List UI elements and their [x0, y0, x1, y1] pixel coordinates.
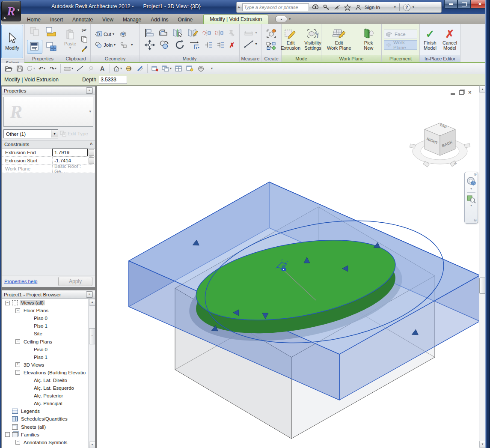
family-types-button[interactable]	[44, 25, 58, 38]
tree-item-al-principal[interactable]: −Alç. Principal	[2, 400, 95, 407]
tree-item-3d-views[interactable]: +3D Views	[2, 361, 95, 369]
panel-caption-geometry[interactable]: Geometry	[91, 55, 140, 62]
join-geometry-button[interactable]: Join ▾	[94, 41, 116, 48]
tree-item-annotation-symbols[interactable]: −Annotation Symbols	[2, 439, 95, 446]
pick-new-work-plane-button[interactable]: Pick New	[357, 27, 380, 51]
tree-item-piso-0[interactable]: −Piso 0	[2, 314, 95, 322]
favorites-star-icon[interactable]	[343, 3, 352, 12]
steering-wheel-button[interactable]	[466, 176, 476, 187]
tree-item-al-posterior[interactable]: −Alç. Posterior	[2, 392, 95, 400]
wall-joins-button[interactable]	[119, 30, 128, 39]
project-browser-title-bar[interactable]: Project1 - Project Browser ×	[2, 290, 95, 299]
panel-caption-placement[interactable]: Placement	[382, 55, 419, 62]
sign-in-caret-icon[interactable]: ▾	[394, 6, 396, 9]
qat-customize-button[interactable]: ▾	[207, 64, 217, 73]
communication-center-icon[interactable]	[333, 3, 341, 12]
properties-palette-toggle[interactable]	[27, 40, 42, 54]
mirror-pick-axis-icon[interactable]	[202, 30, 211, 36]
property-row-button[interactable]	[89, 149, 94, 156]
match-type-button[interactable]	[80, 44, 89, 53]
application-menu-button[interactable]: R A ▾	[1, 1, 21, 21]
tree-expander-minus-icon[interactable]: −	[15, 440, 20, 445]
tag-button[interactable]: 1	[86, 64, 96, 73]
subscription-key-icon[interactable]	[322, 3, 330, 12]
copy-to-clipboard-button[interactable]	[80, 35, 89, 44]
split-element-icon[interactable]	[172, 28, 184, 38]
sync-button[interactable]: ▾	[26, 64, 36, 73]
section-button[interactable]	[124, 64, 134, 73]
search-icon[interactable]	[311, 3, 320, 12]
tab-view[interactable]: View	[98, 15, 118, 24]
properties-close-button[interactable]: ×	[86, 87, 93, 94]
paste-button[interactable]: Paste ▾	[62, 28, 78, 51]
mirror-draw-axis-icon[interactable]	[215, 30, 223, 36]
finish-model-button[interactable]: ✓ Finish Model	[421, 27, 439, 51]
tab-home[interactable]: Home	[22, 15, 45, 24]
edit-type-button[interactable]: Edit Type	[60, 129, 93, 137]
tree-item-al-lat-esquerdo[interactable]: −Alç. Lat. Esquerdo	[2, 384, 95, 392]
sign-in-button[interactable]: Sign In	[365, 5, 380, 10]
panel-caption-measure[interactable]: Measure	[240, 55, 261, 62]
switch-windows-button[interactable]: ▾	[161, 64, 172, 73]
modify-tool-button[interactable]: Modify	[1, 25, 23, 58]
section-collapse-icon[interactable]: ^	[90, 142, 92, 147]
tab-insert[interactable]: Insert	[45, 15, 68, 24]
undo-button[interactable]: ↶▾	[37, 64, 47, 73]
panel-caption-work-plane[interactable]: Work Plane	[321, 55, 381, 62]
save-button[interactable]	[15, 64, 25, 73]
tree-item-al-lat-direito[interactable]: −Alç. Lat. Direito	[2, 376, 95, 384]
property-row-button[interactable]	[89, 157, 94, 164]
viewcube[interactable]: N TOP RIGHT BACK	[410, 122, 470, 167]
placement-work-plane-button[interactable]: Work Plane	[384, 40, 417, 50]
type-properties-button[interactable]	[27, 25, 42, 38]
panel-caption-clipboard[interactable]: Clipboard	[61, 55, 90, 62]
panel-caption-properties[interactable]: Properties	[25, 55, 61, 62]
panel-caption-create[interactable]: Create	[261, 55, 281, 62]
delete-button[interactable]: ✗	[229, 41, 235, 49]
offset-tool-icon[interactable]	[158, 28, 169, 38]
minimize-button[interactable]	[444, 0, 457, 9]
tab-manage[interactable]: Manage	[118, 15, 146, 24]
close-hidden-windows-button[interactable]	[150, 64, 160, 73]
zoom-button[interactable]	[466, 194, 476, 203]
constraints-section-header[interactable]: Constraints ^	[2, 140, 95, 149]
demolish-button[interactable]	[119, 41, 128, 49]
tree-item-views-all[interactable]: −Views (all)	[2, 299, 95, 307]
panel-caption-modify[interactable]: Modify	[140, 55, 239, 62]
tree-expander-minus-icon[interactable]: −	[5, 432, 10, 437]
tree-expander-plus-icon[interactable]: +	[15, 362, 20, 367]
split-with-gap-icon[interactable]	[187, 28, 199, 38]
view-minimize-icon[interactable]	[451, 93, 455, 95]
cancel-model-button[interactable]: ✗ Cancel Model	[441, 27, 459, 51]
tab-annotate[interactable]: Annotate	[68, 15, 98, 24]
panel-caption-in-place-editor[interactable]: In-Place Editor	[420, 55, 460, 62]
help-button[interactable]: ?	[403, 4, 410, 11]
open-button[interactable]	[3, 64, 14, 73]
view-close-icon[interactable]: ×	[468, 90, 472, 95]
tree-item-families[interactable]: −Families	[2, 431, 95, 439]
tree-item-piso-1[interactable]: −Piso 1	[2, 353, 95, 361]
view-restore-icon[interactable]	[459, 90, 464, 95]
default-3d-view-button[interactable]: ▾	[112, 64, 123, 73]
drawing-vertical-scrollbar[interactable]: ▲ ▼	[479, 86, 485, 448]
aligned-dimension-button[interactable]	[75, 64, 85, 73]
panel-caption-mode[interactable]: Mode	[282, 55, 321, 62]
search-input[interactable]	[242, 3, 309, 11]
move-tool-icon[interactable]	[144, 39, 155, 51]
tab-online[interactable]: Online	[173, 15, 198, 24]
rotate-tool-icon[interactable]	[174, 39, 185, 51]
edit-extrusion-button[interactable]: Edit Extrusion	[280, 27, 301, 51]
tree-scroll-down-icon[interactable]: ▼	[89, 442, 95, 448]
create-similar-icon[interactable]	[266, 42, 277, 50]
visibility-settings-button[interactable]: Visibility Settings	[303, 27, 323, 51]
tree-item-schedules-quantities[interactable]: −Schedules/Quantities	[2, 415, 95, 423]
tile-windows-button[interactable]	[173, 64, 184, 73]
drawing-area[interactable]: N TOP RIGHT BACK × ⊗ ▾ ▾ ⊖	[97, 86, 479, 448]
placement-face-button[interactable]: Face	[384, 30, 417, 39]
type-preview[interactable]: R ▾	[3, 97, 93, 127]
navbar-collapse-icon[interactable]: ⊖	[473, 218, 477, 222]
properties-help-link[interactable]: Properties help	[4, 279, 37, 284]
array-small-icon[interactable]	[217, 42, 225, 48]
tree-item-elevations-building-elevatio[interactable]: −Elevations (Building Elevatio	[2, 369, 95, 376]
tree-scrollbar-thumb[interactable]: ≡	[89, 328, 95, 344]
